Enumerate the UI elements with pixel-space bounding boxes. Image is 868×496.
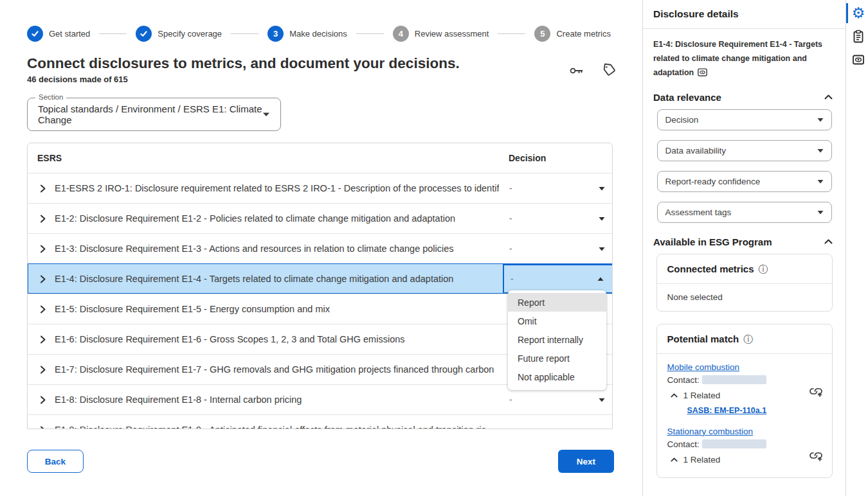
sasb-link[interactable]: SASB: EM-EP-110a.1 — [687, 406, 767, 415]
chevron-right-icon[interactable] — [39, 305, 46, 314]
caret-down-icon — [817, 118, 824, 122]
wizard-stepper: Get started Specify coverage 3 Make deci… — [27, 26, 611, 42]
menu-item-omit[interactable]: Omit — [508, 312, 606, 330]
step-connector — [356, 33, 384, 34]
connected-metrics-empty: None selected — [657, 284, 832, 311]
match-mobile-combustion: Mobile combustion Contact: 1 Related SAS… — [667, 362, 822, 421]
column-header-esrs: ESRS — [37, 153, 62, 163]
related-link-row: SASB: EM-EP-110a.1 — [687, 405, 822, 415]
step-connector — [498, 33, 525, 34]
chevron-right-icon[interactable] — [39, 366, 46, 374]
disclosure-details-panel: Disclosure details E1-4: Disclosure Requ… — [642, 0, 845, 496]
caret-down-icon — [599, 428, 605, 430]
step-label: Specify coverage — [158, 29, 222, 39]
potential-match-card: Potential match ⓘ Mobile combustion Cont… — [656, 324, 833, 478]
contact-label: Contact: — [667, 439, 700, 449]
potential-match-body: Mobile combustion Contact: 1 Related SAS… — [657, 354, 832, 477]
disclosure-label: E1-4: Disclosure Requirement E1-4 - Targ… — [55, 274, 453, 284]
table-row[interactable]: E1-2: Disclosure Requirement E1-2 - Poli… — [28, 203, 612, 233]
title-actions — [567, 62, 617, 80]
step-number-badge: 3 — [267, 26, 284, 42]
decision-cell[interactable]: - — [503, 173, 613, 203]
related-toggle[interactable]: 1 Related — [667, 391, 822, 400]
section-select[interactable]: Section Topical standards / Environment … — [27, 98, 281, 131]
section-select-value: Topical standards / Environment / ESRS E… — [38, 103, 262, 125]
table-row[interactable]: E1-ESRS 2 IRO-1: Disclosure requirement … — [28, 173, 612, 203]
assessment-tags-select[interactable]: Assessment tags — [657, 202, 832, 223]
selected-disclosure-title: E1-4: Disclosure Requirement E1-4 - Targ… — [643, 29, 845, 84]
decision-value: - — [509, 213, 512, 224]
decision-value: - — [509, 183, 512, 193]
menu-item-report-internally[interactable]: Report internally — [508, 330, 606, 349]
connected-metrics-card: Connected metrics ⓘ None selected — [656, 254, 833, 312]
data-availability-select[interactable]: Data availability — [657, 140, 832, 161]
chevron-right-icon[interactable] — [39, 426, 46, 430]
next-button[interactable]: Next — [558, 450, 614, 473]
card-heading: Potential match — [667, 333, 739, 344]
selected-disclosure-text: E1-4: Disclosure Requirement E1-4 - Targ… — [653, 40, 822, 77]
data-relevance-section-header[interactable]: Data relevance — [643, 84, 845, 109]
step-get-started[interactable]: Get started — [27, 26, 90, 42]
step-create-metrics[interactable]: 5 Create metrics — [534, 26, 611, 42]
tag-icon[interactable] — [601, 62, 617, 80]
table-row[interactable]: E1-9: Disclosure Requirement E1-9 - Anti… — [28, 414, 612, 429]
caret-down-icon — [599, 217, 605, 221]
chevron-up-icon[interactable] — [824, 94, 833, 100]
key-icon[interactable] — [567, 62, 586, 79]
menu-item-future-report[interactable]: Future report — [508, 349, 606, 368]
decision-cell[interactable]: - — [503, 234, 613, 263]
step-specify-coverage[interactable]: Specify coverage — [136, 26, 222, 42]
select-value: Assessment tags — [665, 208, 732, 217]
report-ready-confidence-select[interactable]: Report-ready confidence — [657, 171, 832, 192]
info-icon[interactable]: ⓘ — [743, 334, 753, 344]
settings-gear-icon[interactable]: ⚙ — [851, 5, 866, 21]
decision-value: - — [509, 425, 512, 429]
gear-glyph: ⚙ — [852, 6, 865, 21]
chevron-up-icon[interactable] — [824, 239, 833, 244]
step-label: Review assessment — [415, 29, 489, 39]
caret-down-icon — [817, 210, 824, 215]
decision-cell-open[interactable]: - — [503, 264, 613, 294]
decision-filter-select[interactable]: Decision — [657, 109, 832, 130]
chevron-right-icon[interactable] — [39, 335, 46, 344]
chevron-right-icon[interactable] — [39, 396, 46, 404]
add-connection-icon[interactable] — [809, 450, 823, 461]
decision-cell[interactable]: - — [503, 204, 613, 233]
chevron-up-icon[interactable] — [671, 393, 678, 398]
related-toggle[interactable]: 1 Related — [667, 455, 822, 465]
table-row[interactable]: E1-3: Disclosure Requirement E1-3 - Acti… — [28, 233, 612, 263]
eye-preview-rail-icon[interactable] — [851, 52, 866, 67]
chevron-up-icon[interactable] — [671, 457, 678, 462]
disclosure-label: E1-ESRS 2 IRO-1: Disclosure requirement … — [55, 183, 499, 193]
disclosure-label: E1-6: Disclosure Requirement E1-6 - Gros… — [55, 334, 405, 344]
match-link[interactable]: Stationary combustion — [667, 427, 754, 436]
chevron-right-icon[interactable] — [39, 215, 46, 223]
menu-item-report[interactable]: Report — [508, 293, 606, 312]
contact-line: Contact: — [667, 439, 822, 449]
caret-up-icon — [597, 277, 604, 281]
select-value: Data availability — [665, 146, 727, 155]
chevron-right-icon[interactable] — [39, 275, 46, 283]
caret-down-icon — [262, 112, 270, 117]
app-window: Get started Specify coverage 3 Make deci… — [0, 0, 868, 496]
step-label: Get started — [49, 29, 90, 39]
step-make-decisions[interactable]: 3 Make decisions — [267, 26, 347, 42]
contact-line: Contact: — [667, 375, 822, 385]
chevron-right-icon[interactable] — [39, 184, 46, 193]
menu-item-not-applicable[interactable]: Not applicable — [508, 368, 606, 386]
table-row-selected[interactable]: E1-4: Disclosure Requirement E1-4 - Targ… — [28, 263, 612, 294]
section-heading: Available in ESG Program — [653, 236, 772, 247]
clipboard-icon[interactable] — [851, 29, 866, 44]
caret-down-icon — [599, 186, 605, 191]
decision-cell[interactable]: - — [503, 415, 613, 429]
chevron-right-icon[interactable] — [39, 245, 46, 253]
esg-program-section-header[interactable]: Available in ESG Program — [643, 233, 845, 254]
match-link[interactable]: Mobile combustion — [667, 362, 740, 372]
info-icon[interactable]: ⓘ — [759, 264, 768, 274]
eye-preview-icon[interactable] — [697, 67, 708, 77]
add-connection-icon[interactable] — [809, 385, 823, 397]
decision-value: - — [509, 244, 512, 254]
step-review-assessment[interactable]: 4 Review assessment — [393, 26, 489, 42]
back-button[interactable]: Back — [27, 450, 84, 473]
check-circle-icon — [136, 26, 152, 42]
